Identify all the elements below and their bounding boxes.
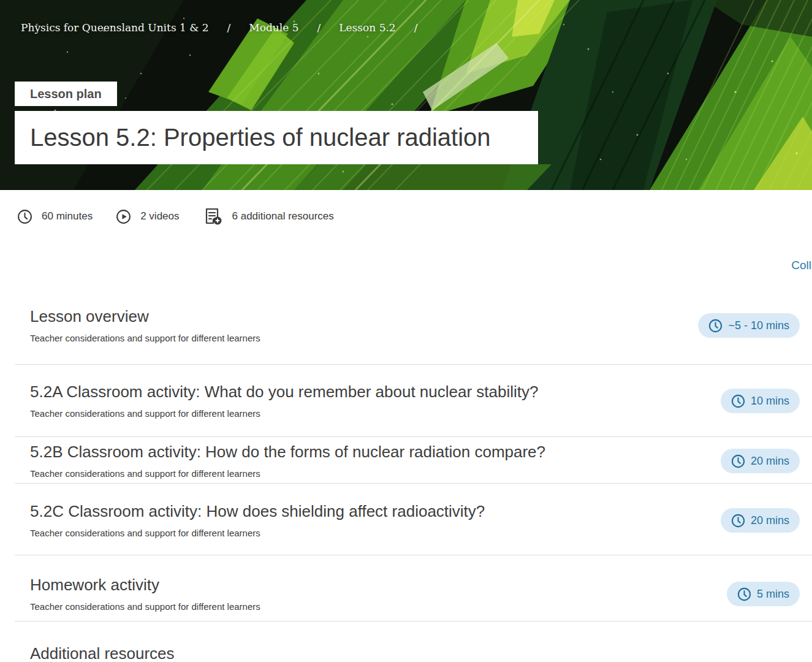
duration-pill-label: 10 mins xyxy=(751,395,789,408)
section-title: Homework activity xyxy=(30,576,159,595)
duration-pill: 10 mins xyxy=(721,389,800,413)
section-row-homework[interactable]: Homework activity Teacher considerations… xyxy=(0,576,812,631)
row-divider xyxy=(15,483,812,484)
section-subtitle: Teacher considerations and support for d… xyxy=(30,333,260,343)
section-row-lesson-overview[interactable]: Lesson overview Teacher considerations a… xyxy=(0,307,812,362)
meta-duration-label: 60 minutes xyxy=(42,210,93,223)
meta-resources: 6 additional resources xyxy=(203,207,334,226)
row-divider xyxy=(15,364,812,365)
page-title-text: Lesson 5.2: Properties of nuclear radiat… xyxy=(30,124,491,151)
document-plus-icon xyxy=(203,207,223,226)
section-row-5-2b[interactable]: 5.2B Classroom activity: How do the form… xyxy=(0,443,812,498)
breadcrumb-separator: / xyxy=(317,21,321,34)
clock-icon xyxy=(708,319,723,333)
hero-banner: Physics for Queensland Units 1 & 2 / Mod… xyxy=(0,0,812,190)
duration-pill: 5 mins xyxy=(727,582,800,606)
meta-duration: 60 minutes xyxy=(17,209,93,224)
clock-icon xyxy=(731,394,745,408)
page-title: Lesson 5.2: Properties of nuclear radiat… xyxy=(15,111,538,164)
breadcrumb-separator: / xyxy=(414,21,418,34)
section-title: 5.2C Classroom activity: How does shield… xyxy=(30,502,485,521)
play-icon xyxy=(116,209,131,224)
duration-pill: 20 mins xyxy=(721,449,800,473)
lesson-meta-row: 60 minutes 2 videos 6 additional resourc… xyxy=(17,207,334,226)
lesson-plan-badge: Lesson plan xyxy=(15,82,117,106)
duration-pill: ~5 - 10 mins xyxy=(698,313,800,338)
section-subtitle: Teacher considerations and support for d… xyxy=(30,468,260,479)
breadcrumb-lesson-link[interactable]: Lesson 5.2 xyxy=(339,21,395,34)
row-divider xyxy=(15,621,812,622)
section-title: 5.2A Classroom activity: What do you rem… xyxy=(30,382,539,401)
clock-icon xyxy=(17,209,32,224)
duration-pill-label: 20 mins xyxy=(751,455,789,468)
section-title: Lesson overview xyxy=(30,307,149,326)
meta-videos-label: 2 videos xyxy=(140,210,179,223)
section-row-5-2a[interactable]: 5.2A Classroom activity: What do you rem… xyxy=(0,382,812,438)
additional-resources-heading: Additional resources xyxy=(30,644,175,662)
meta-videos: 2 videos xyxy=(116,209,179,224)
breadcrumb-separator: / xyxy=(227,21,231,34)
section-title: 5.2B Classroom activity: How do the form… xyxy=(30,443,545,462)
section-subtitle: Teacher considerations and support for d… xyxy=(30,528,260,538)
section-subtitle: Teacher considerations and support for d… xyxy=(30,408,260,419)
breadcrumb-course-link[interactable]: Physics for Queensland Units 1 & 2 xyxy=(21,21,209,34)
row-divider xyxy=(15,436,812,437)
duration-pill: 20 mins xyxy=(721,508,800,533)
duration-pill-label: 5 mins xyxy=(757,588,789,601)
duration-pill-label: ~5 - 10 mins xyxy=(728,319,789,332)
section-subtitle: Teacher considerations and support for d… xyxy=(30,601,260,612)
duration-pill-label: 20 mins xyxy=(751,514,789,527)
clock-icon xyxy=(731,454,745,468)
clock-icon xyxy=(731,514,745,528)
breadcrumb-module-link[interactable]: Module 5 xyxy=(249,21,298,34)
section-row-5-2c[interactable]: 5.2C Classroom activity: How does shield… xyxy=(0,502,812,557)
breadcrumb: Physics for Queensland Units 1 & 2 / Mod… xyxy=(21,21,417,34)
meta-resources-label: 6 additional resources xyxy=(232,210,334,223)
row-divider xyxy=(15,555,812,555)
collapse-all-link[interactable]: Coll xyxy=(791,259,811,272)
clock-icon xyxy=(737,587,751,601)
